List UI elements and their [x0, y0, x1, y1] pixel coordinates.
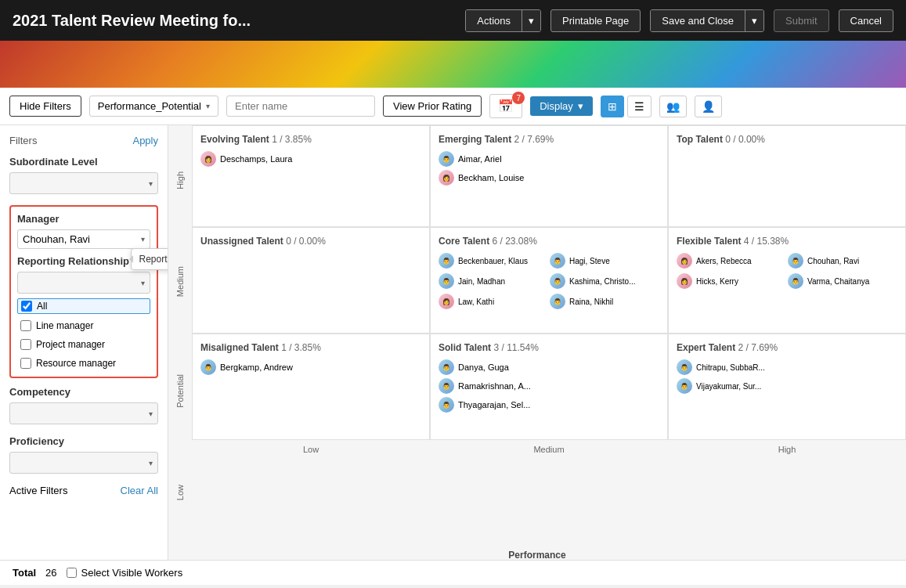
actions-arrow[interactable]: ▾	[522, 10, 540, 31]
cell-emerging-talent: Emerging Talent 2 / 7.69% 👨 Aimar, Ariel…	[430, 125, 668, 227]
avatar: 👩	[439, 170, 454, 186]
footer-total-count: 26	[45, 567, 56, 579]
list-item: 👨 Kashima, Christo...	[550, 273, 659, 289]
avatar: 👨	[677, 378, 692, 394]
save-close-button[interactable]: Save and Close ▾	[650, 9, 764, 32]
cell-expert-title: Expert Talent 2 / 7.69%	[677, 342, 897, 353]
avatar: 👨	[439, 359, 454, 375]
footer-total-label: Total	[13, 567, 36, 579]
x-label-medium: Medium	[430, 440, 668, 547]
cell-core-talent: Core Talent 6 / 23.08% 👨 Beckenbauer, Kl…	[430, 227, 668, 334]
select-visible-checkbox[interactable]	[67, 568, 77, 578]
competency-title: Competency	[9, 386, 158, 398]
checkbox-all-input[interactable]	[21, 301, 32, 312]
view-prior-rating-button[interactable]: View Prior Rating	[383, 96, 482, 117]
list-item: 👩 Law, Kathi	[439, 294, 548, 309]
save-close-main[interactable]: Save and Close	[651, 10, 745, 31]
avatar: 👨	[439, 151, 454, 167]
workers-grid: 👨 Beckenbauer, Klaus 👨 Hagi, Steve 👨 Jai…	[439, 253, 659, 312]
avatar: 👨	[439, 253, 454, 269]
notification-button[interactable]: 📅 7	[489, 94, 522, 118]
banner-image	[0, 41, 906, 88]
submit-button[interactable]: Submit	[774, 9, 828, 32]
subordinate-level-dropdown[interactable]: ▾	[9, 172, 158, 194]
org-chart-icon-button[interactable]: 👥	[659, 96, 687, 117]
checkbox-project-manager-input[interactable]	[20, 339, 31, 350]
list-view-button[interactable]: ☰	[627, 96, 652, 117]
cell-solid-title: Solid Talent 3 / 11.54%	[439, 342, 659, 353]
talent-grid: High Medium Potential Low Evolving Talen…	[168, 125, 906, 560]
list-item: 👩 Beckham, Louise	[439, 170, 659, 186]
cell-top-title: Top Talent 0 / 0.00%	[677, 134, 897, 145]
main-layout: Filters Apply Subordinate Level ▾ Manage…	[0, 125, 906, 560]
checkbox-resource-manager-input[interactable]	[20, 358, 31, 369]
avatar: 👩	[677, 273, 692, 289]
chevron-down-icon: ▾	[141, 279, 145, 287]
cell-expert-talent: Expert Talent 2 / 7.69% 👨 Chitrapu, Subb…	[668, 334, 906, 440]
reporting-relationship-dropdown[interactable]: ▾	[17, 272, 150, 294]
avatar: 👨	[677, 359, 692, 375]
grid-view-button[interactable]: ⊞	[601, 96, 624, 117]
checkbox-project-manager[interactable]: Project manager	[17, 337, 150, 352]
y-axis-medium: Medium	[175, 266, 185, 297]
clear-all-button[interactable]: Clear All	[121, 485, 158, 496]
actions-main[interactable]: Actions	[466, 10, 522, 31]
competency-dropdown[interactable]: ▾	[9, 402, 158, 424]
list-item: 👨 Vijayakumar, Sur...	[677, 378, 897, 394]
save-close-arrow[interactable]: ▾	[745, 10, 763, 31]
cell-evolving-talent: Evolving Talent 1 / 3.85% 👩 Deschamps, L…	[192, 125, 430, 227]
select-visible-label: Select Visible Workers	[81, 567, 183, 579]
apply-button[interactable]: Apply	[132, 135, 158, 146]
avatar: 👨	[550, 294, 565, 309]
cell-top-talent: Top Talent 0 / 0.00%	[668, 125, 906, 227]
list-item: 👨 Aimar, Ariel	[439, 151, 659, 167]
sidebar-header: Filters Apply	[9, 135, 158, 146]
x-label-high: High	[668, 440, 906, 547]
checkbox-line-manager[interactable]: Line manager	[17, 319, 150, 333]
checkbox-resource-manager[interactable]: Resource manager	[17, 356, 150, 370]
avatar: 👨	[550, 273, 565, 289]
manager-value: Chouhan, Ravi	[23, 233, 90, 245]
list-item: 👨 Ramakrishnan, A...	[439, 378, 659, 394]
name-input[interactable]	[226, 96, 375, 117]
list-item: 👨 Thyagarajan, Sel...	[439, 397, 659, 413]
list-item: 👨 Hagi, Steve	[550, 253, 659, 269]
checkbox-line-manager-input[interactable]	[20, 320, 31, 331]
manager-dropdown[interactable]: Chouhan, Ravi ▾	[17, 229, 150, 249]
actions-button[interactable]: Actions ▾	[465, 9, 541, 32]
avatar: 👩	[677, 253, 692, 269]
cancel-button[interactable]: Cancel	[839, 9, 893, 32]
cell-misaligned-title: Misaligned Talent 1 / 3.85%	[200, 342, 421, 353]
cell-unassigned-title: Unassigned Talent 0 / 0.00%	[200, 236, 421, 247]
x-axis-performance-label: Performance	[168, 547, 906, 560]
avatar: 👩	[200, 151, 216, 167]
chevron-down-icon: ▾	[578, 100, 583, 112]
select-visible-workers[interactable]: Select Visible Workers	[67, 567, 183, 579]
workers-grid: 👩 Akers, Rebecca 👨 Chouhan, Ravi 👩 Hicks…	[677, 253, 897, 292]
y-axis-label-potential: Potential	[175, 374, 185, 408]
manager-title: Manager	[17, 213, 150, 225]
avatar: 👨	[200, 359, 216, 375]
filter-dropdown-label: Performance_Potential	[98, 100, 201, 112]
proficiency-dropdown[interactable]: ▾	[9, 452, 158, 474]
checkbox-resource-manager-label: Resource manager	[36, 358, 116, 369]
checkbox-all[interactable]: All	[17, 298, 150, 314]
printable-page-button[interactable]: Printable Page	[550, 9, 641, 32]
cell-solid-talent: Solid Talent 3 / 11.54% 👨 Danya, Guga 👨 …	[430, 334, 668, 440]
filter-dropdown[interactable]: Performance_Potential ▾	[89, 96, 218, 117]
list-item: 👩 Hicks, Kerry	[677, 273, 786, 289]
avatar: 👨	[439, 273, 454, 289]
manager-section: Manager Chouhan, Ravi ▾ Reporting Relati…	[9, 205, 158, 378]
subordinate-level-section: Subordinate Level ▾	[9, 156, 158, 194]
avatar: 👨	[439, 378, 454, 394]
header: 2021 Talent Review Meeting fo... Actions…	[0, 0, 906, 41]
avatar: 👨	[439, 397, 454, 413]
group-icon-button[interactable]: 👤	[695, 96, 722, 117]
display-button[interactable]: Display ▾	[530, 96, 593, 116]
y-axis-high: High	[175, 171, 185, 189]
toolbar: Hide Filters Performance_Potential ▾ Vie…	[0, 88, 906, 125]
chevron-down-icon: ▾	[149, 179, 153, 188]
hide-filters-button[interactable]: Hide Filters	[9, 96, 81, 117]
y-axis-low: Low	[175, 485, 185, 500]
list-item: 👨 Danya, Guga	[439, 359, 659, 375]
